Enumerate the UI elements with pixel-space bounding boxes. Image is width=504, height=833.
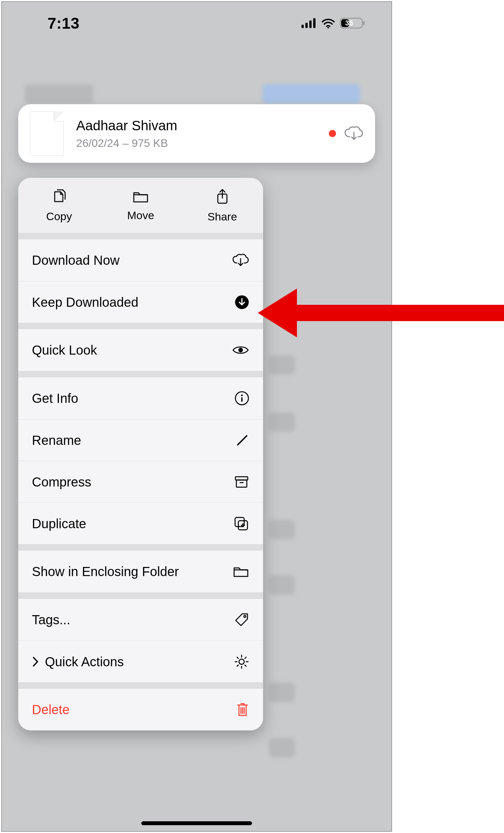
- file-name: Aadhaar Shivam: [76, 118, 177, 134]
- quick-actions-item[interactable]: Quick Actions: [18, 641, 263, 682]
- cloud-download-outline-icon: [232, 253, 249, 267]
- svg-line-34: [237, 665, 238, 666]
- compress-label: Compress: [32, 474, 232, 490]
- move-label: Move: [127, 209, 154, 222]
- svg-rect-20: [236, 480, 247, 487]
- quick-actions-label: Quick Actions: [45, 653, 232, 670]
- svg-line-32: [237, 657, 238, 659]
- delete-item[interactable]: Delete: [18, 689, 263, 731]
- menu-top-row: Copy Move Share: [18, 178, 263, 233]
- share-button[interactable]: Share: [181, 178, 263, 233]
- duplicate-item[interactable]: Duplicate: [18, 502, 263, 544]
- file-preview-card[interactable]: Aadhaar Shivam 26/02/24 – 975 KB: [18, 104, 375, 163]
- eye-icon: [232, 344, 249, 356]
- show-in-enclosing-folder-item[interactable]: Show in Enclosing Folder: [18, 551, 263, 592]
- svg-line-18: [238, 436, 247, 445]
- copy-icon: [51, 189, 66, 206]
- status-bar: 7:13 35: [2, 2, 391, 44]
- svg-rect-0: [302, 25, 304, 28]
- wifi-icon: [321, 18, 335, 28]
- get-info-item[interactable]: Get Info: [18, 377, 263, 419]
- file-thumbnail-icon: [30, 111, 64, 156]
- svg-rect-2: [309, 21, 312, 28]
- keep-downloaded-item[interactable]: Keep Downloaded: [18, 281, 263, 323]
- archive-box-icon: [232, 475, 249, 489]
- status-icons: 35: [302, 17, 365, 29]
- download-now-label: Download Now: [32, 252, 232, 268]
- svg-rect-17: [241, 397, 243, 402]
- svg-point-27: [239, 659, 244, 664]
- delete-label: Delete: [32, 701, 232, 718]
- file-subtitle: 26/02/24 – 975 KB: [76, 137, 177, 149]
- pencil-icon: [232, 433, 249, 448]
- share-icon: [216, 188, 229, 206]
- rename-item[interactable]: Rename: [18, 419, 263, 461]
- tags-label: Tags...: [32, 612, 232, 628]
- svg-line-35: [245, 657, 246, 659]
- keep-downloaded-label: Keep Downloaded: [32, 294, 232, 310]
- get-info-label: Get Info: [32, 390, 232, 406]
- phone-screenshot: 7:13 35: [1, 1, 392, 832]
- svg-point-14: [238, 348, 243, 352]
- trash-icon: [232, 702, 249, 717]
- svg-rect-3: [313, 18, 315, 28]
- duplicate-icon: [232, 516, 249, 532]
- folder-outline-icon: [232, 565, 249, 578]
- gear-icon: [232, 654, 249, 669]
- compress-item[interactable]: Compress: [18, 461, 263, 502]
- download-now-item[interactable]: Download Now: [18, 239, 263, 281]
- rename-label: Rename: [32, 432, 232, 448]
- home-indicator[interactable]: [141, 821, 252, 825]
- cellular-icon: [302, 18, 316, 28]
- folder-icon: [133, 190, 149, 205]
- svg-marker-39: [258, 288, 504, 337]
- chevron-right-icon: [32, 656, 40, 667]
- svg-point-16: [241, 394, 243, 396]
- svg-point-26: [244, 616, 246, 617]
- move-button[interactable]: Move: [100, 178, 182, 233]
- tags-item[interactable]: Tags...: [18, 599, 263, 641]
- battery-percentage: 35: [345, 19, 353, 27]
- show-in-enclosing-folder-label: Show in Enclosing Folder: [32, 563, 232, 580]
- svg-point-4: [328, 27, 329, 29]
- svg-rect-1: [305, 23, 308, 28]
- battery-icon: 35: [340, 17, 365, 29]
- quick-look-item[interactable]: Quick Look: [18, 329, 263, 371]
- context-menu: Copy Move Share Downloa: [18, 178, 263, 731]
- info-icon: [232, 391, 249, 406]
- quick-look-label: Quick Look: [32, 342, 232, 358]
- svg-rect-6: [363, 21, 365, 25]
- share-label: Share: [208, 210, 237, 223]
- status-dot-icon: [329, 130, 336, 137]
- annotation-arrow-icon: [258, 282, 504, 344]
- tag-icon: [232, 612, 249, 627]
- svg-line-33: [245, 665, 246, 666]
- copy-label: Copy: [46, 210, 72, 223]
- status-time: 7:13: [48, 14, 79, 32]
- download-filled-circle-icon: [232, 295, 249, 310]
- duplicate-label: Duplicate: [32, 516, 232, 532]
- copy-button[interactable]: Copy: [18, 178, 100, 233]
- cloud-download-icon: [344, 126, 363, 141]
